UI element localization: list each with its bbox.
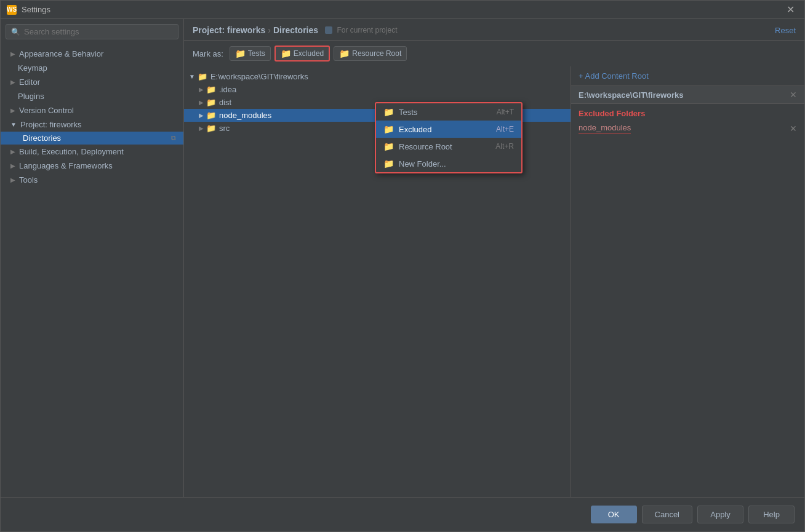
ctx-resource-icon: 📁 bbox=[383, 141, 394, 151]
sidebar-item-languages[interactable]: ▶ Languages & Frameworks bbox=[1, 159, 183, 173]
breadcrumb-dir: Directories bbox=[273, 25, 318, 35]
folder-icon: 📁 bbox=[206, 85, 216, 94]
mark-resource-label: Resource Root bbox=[352, 49, 401, 58]
remove-excluded-button[interactable]: ✕ bbox=[790, 124, 797, 133]
copy-icon: ⧉ bbox=[171, 134, 176, 142]
sidebar-item-build[interactable]: ▶ Build, Execution, Deployment bbox=[1, 145, 183, 159]
mark-as-bar: Mark as: 📁 Tests 📁 Excluded 📁 Resource R… bbox=[184, 41, 804, 66]
breadcrumb-project: Project: fireworks bbox=[193, 25, 265, 35]
expand-arrow: ▼ bbox=[10, 121, 17, 128]
expand-arrow: ▶ bbox=[10, 148, 15, 155]
tree-item-label: node_modules bbox=[219, 111, 271, 120]
tree-root[interactable]: ▼ 📁 E:\workspace\GIT\fireworks bbox=[184, 70, 571, 83]
tree-arrow: ▶ bbox=[199, 125, 204, 132]
ctx-excluded-shortcut: Alt+E bbox=[496, 125, 514, 133]
ctx-excluded-label: Excluded bbox=[399, 125, 431, 134]
close-path-button[interactable]: ✕ bbox=[790, 90, 797, 100]
mark-excluded-button[interactable]: 📁 Excluded bbox=[274, 46, 330, 62]
bottom-bar: OK Cancel Apply Help bbox=[1, 497, 804, 531]
content-header: Project: fireworks › Directories For cur… bbox=[184, 19, 804, 41]
ctx-resource-shortcut: Alt+R bbox=[495, 142, 514, 151]
expand-arrow: ▶ bbox=[10, 79, 15, 85]
resource-folder-icon: 📁 bbox=[339, 49, 350, 58]
help-button[interactable]: Help bbox=[748, 506, 795, 523]
sidebar-item-directories[interactable]: Directories ⧉ bbox=[1, 132, 183, 145]
tree-item-label: src bbox=[219, 124, 230, 133]
sidebar: 🔍 ▶ Appearance & Behavior Keymap ▶ Edito… bbox=[1, 19, 184, 497]
search-box: 🔍 bbox=[6, 24, 178, 39]
ctx-new-folder-icon: 📁 bbox=[383, 159, 394, 169]
close-button[interactable]: ✕ bbox=[783, 2, 798, 17]
root-folder-icon: 📁 bbox=[198, 72, 207, 81]
sidebar-item-label: Project: fireworks bbox=[20, 120, 82, 129]
mark-excluded-label: Excluded bbox=[294, 49, 324, 58]
tests-folder-icon: 📁 bbox=[235, 49, 246, 58]
breadcrumb: Project: fireworks › Directories For cur… bbox=[193, 25, 397, 35]
tree-arrow: ▶ bbox=[199, 86, 204, 93]
sidebar-item-vcs[interactable]: ▶ Version Control bbox=[1, 103, 183, 117]
ok-button[interactable]: OK bbox=[591, 506, 637, 523]
ctx-item-resource[interactable]: 📁 Resource Root Alt+R bbox=[376, 138, 521, 155]
ctx-tests-icon: 📁 bbox=[383, 107, 394, 117]
mark-resource-button[interactable]: 📁 Resource Root bbox=[334, 46, 407, 61]
sidebar-item-tools[interactable]: ▶ Tools bbox=[1, 173, 183, 187]
ctx-tests-shortcut: Alt+T bbox=[497, 108, 514, 116]
apply-button[interactable]: Apply bbox=[697, 506, 743, 523]
tree-arrow: ▶ bbox=[199, 99, 204, 106]
breadcrumb-sub: For current project bbox=[324, 26, 397, 35]
app-icon: WS bbox=[7, 5, 17, 15]
sidebar-item-label: Editor bbox=[19, 77, 40, 87]
tree-arrow: ▶ bbox=[199, 112, 204, 119]
excluded-folder-item: node_modules ✕ bbox=[571, 121, 804, 136]
right-panel-path: E:\workspace\GIT\fireworks bbox=[579, 90, 684, 100]
cancel-button[interactable]: Cancel bbox=[642, 506, 692, 523]
right-panel-header: + Add Content Root bbox=[571, 66, 804, 86]
reset-button[interactable]: Reset bbox=[775, 26, 796, 35]
tree-panel: ▼ 📁 E:\workspace\GIT\fireworks ▶ 📁 .idea… bbox=[184, 66, 571, 497]
ctx-new-folder-label: New Folder... bbox=[399, 159, 446, 169]
sidebar-item-plugins[interactable]: Plugins bbox=[1, 89, 183, 103]
titlebar: WS Settings ✕ bbox=[1, 1, 804, 19]
breadcrumb-sep: › bbox=[268, 25, 271, 35]
sidebar-item-label: Plugins bbox=[18, 92, 44, 101]
ctx-tests-label: Tests bbox=[399, 108, 417, 117]
sidebar-item-label: Version Control bbox=[19, 106, 74, 115]
right-panel-path-row: E:\workspace\GIT\fireworks ✕ bbox=[571, 86, 804, 104]
excluded-folder-name: node_modules bbox=[579, 123, 631, 133]
search-input[interactable] bbox=[24, 27, 173, 36]
mark-tests-button[interactable]: 📁 Tests bbox=[230, 46, 271, 61]
window-title: Settings bbox=[22, 5, 783, 14]
svg-rect-0 bbox=[325, 26, 332, 34]
mark-tests-label: Tests bbox=[248, 49, 265, 58]
excluded-folder-icon: 📁 bbox=[281, 49, 291, 58]
mark-as-label: Mark as: bbox=[193, 49, 223, 58]
add-content-root-button[interactable]: + Add Content Root bbox=[579, 71, 649, 81]
settings-window: WS Settings ✕ 🔍 ▶ Appearance & Behavior … bbox=[0, 0, 805, 532]
ctx-item-new-folder[interactable]: 📁 New Folder... bbox=[376, 155, 521, 172]
ctx-item-excluded[interactable]: 📁 Excluded Alt+E bbox=[376, 121, 521, 138]
ctx-item-tests[interactable]: 📁 Tests Alt+T bbox=[376, 103, 521, 121]
tree-arrow: ▼ bbox=[189, 73, 195, 80]
sidebar-item-label: Appearance & Behavior bbox=[19, 49, 103, 58]
sidebar-item-label: Tools bbox=[19, 175, 38, 185]
tree-item-label: dist bbox=[219, 98, 231, 107]
sidebar-item-label: Keymap bbox=[18, 63, 47, 73]
search-icon: 🔍 bbox=[11, 28, 20, 36]
main-layout: 🔍 ▶ Appearance & Behavior Keymap ▶ Edito… bbox=[1, 19, 804, 497]
right-panel: + Add Content Root E:\workspace\GIT\fire… bbox=[571, 66, 804, 497]
sidebar-item-appearance[interactable]: ▶ Appearance & Behavior bbox=[1, 47, 183, 61]
sidebar-item-label: Build, Execution, Deployment bbox=[19, 147, 124, 156]
folder-icon: 📁 bbox=[206, 124, 216, 133]
sidebar-item-keymap[interactable]: Keymap bbox=[1, 61, 183, 75]
excluded-folders-title: Excluded Folders bbox=[571, 104, 804, 121]
ctx-excluded-icon: 📁 bbox=[383, 124, 394, 134]
tree-item-idea[interactable]: ▶ 📁 .idea bbox=[184, 83, 571, 96]
sidebar-item-project[interactable]: ▼ Project: fireworks bbox=[1, 117, 183, 132]
folder-excluded-icon: 📁 bbox=[206, 111, 216, 120]
content-area: Project: fireworks › Directories For cur… bbox=[184, 19, 804, 497]
sidebar-item-editor[interactable]: ▶ Editor bbox=[1, 75, 183, 89]
tree-root-label: E:\workspace\GIT\fireworks bbox=[210, 72, 308, 81]
expand-arrow: ▶ bbox=[10, 107, 15, 114]
sidebar-nav: ▶ Appearance & Behavior Keymap ▶ Editor … bbox=[1, 44, 183, 497]
folder-icon: 📁 bbox=[206, 98, 216, 107]
